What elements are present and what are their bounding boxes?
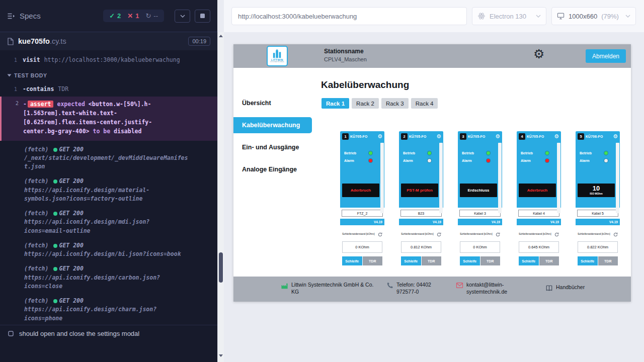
assert-message: assertexpected <button.w-[50%].h-[1.563r…	[23, 100, 170, 136]
chevron-down-icon	[536, 15, 541, 18]
schleife-button[interactable]: Schleife	[578, 256, 598, 265]
failed-count: 1	[135, 12, 139, 20]
measurement-value: 0.645 KOhm	[519, 241, 559, 253]
collapse-button[interactable]	[175, 10, 190, 23]
spec-name[interactable]: kue705fo.cy.ts	[18, 37, 66, 45]
cypress-reporter: Specs ✓2 ✕1 ↻-- kue705fo.cy.ts 00:19 1 v…	[0, 0, 217, 362]
card-number-badge: 5	[578, 133, 584, 140]
browser-select[interactable]: Electron 130	[472, 7, 546, 25]
rack-tab[interactable]: Rack 2	[352, 98, 379, 109]
footer-email[interactable]: kontakt@littwin-systemtechnik.de	[456, 282, 531, 295]
status-display: PST-M prüfen	[401, 184, 438, 197]
nav-item[interactable]: Ein- und Ausgänge	[233, 139, 312, 155]
card-gear-icon[interactable]: ⚙	[613, 134, 618, 139]
rack-tab[interactable]: Rack 3	[381, 98, 409, 109]
rack-tab-label: Rack 1	[326, 101, 345, 107]
device-card: 1 KÜ705-FO ⚙ Betrieb	[340, 131, 384, 276]
card-gear-icon[interactable]: ⚙	[436, 134, 441, 139]
main-content: Kabelüberwachung Rack 1 Rack 2 Rack 3	[320, 68, 631, 277]
card-scrollbar-strip[interactable]	[380, 143, 384, 213]
visit-command-row[interactable]: 1 visithttp://localhost:3000/kabelueberw…	[0, 54, 217, 66]
refresh-icon[interactable]	[613, 232, 618, 237]
card-number-badge: 4	[519, 133, 525, 140]
alarm-led	[369, 159, 372, 162]
logo-subtext: SYSTEMTECHNIK	[270, 61, 284, 63]
next-test-row[interactable]: should open and close the settings modal	[0, 325, 217, 342]
schleife-button[interactable]: Schleife	[401, 256, 421, 265]
nav-item[interactable]: Kabelüberwachung	[233, 117, 312, 133]
fetch-log-row[interactable]: (fetch)GET 200 /_next/static/development…	[0, 142, 217, 174]
scroll-down-arrow[interactable]	[219, 354, 223, 357]
scrollbar-thumb[interactable]	[219, 252, 223, 283]
device-card: 2 KÜ705-FO ⚙ Betrieb	[399, 131, 443, 276]
led-rows: Betrieb Alarm	[399, 151, 443, 162]
rack-tab-label: Rack 3	[386, 101, 404, 107]
reporter-scrollbar[interactable]	[217, 32, 224, 362]
specs-menu[interactable]: Specs	[7, 12, 41, 20]
refresh-icon[interactable]	[378, 232, 382, 237]
fetch-log-row[interactable]: (fetch)GET 200 https://api.iconify.desig…	[0, 294, 217, 326]
cable-band: FTZ_2	[340, 208, 384, 219]
footer-phone[interactable]: Telefon: 04402 972577-0	[386, 282, 446, 295]
card-gear-icon[interactable]: ⚙	[377, 134, 382, 139]
browser-name: Electron 130	[490, 13, 526, 20]
measurement-value: 0.812 KOhm	[401, 241, 441, 253]
contains-command-row[interactable]: 1 containsTDR	[0, 83, 217, 96]
scroll-up-arrow[interactable]	[219, 35, 223, 37]
logout-button[interactable]: Abmelden	[586, 49, 626, 63]
betrieb-led	[604, 151, 608, 155]
settings-gear-icon[interactable]: ⚙	[533, 48, 544, 60]
led-rows: Betrieb Alarm	[458, 151, 502, 162]
nav-item[interactable]: Übersicht	[233, 95, 312, 111]
measurement-label: Schleifenwiderstand [kOhm]	[342, 232, 375, 235]
card-gear-icon[interactable]: ⚙	[554, 134, 559, 139]
fetch-log-row[interactable]: (fetch)GET 200 https://api.iconify.desig…	[0, 261, 217, 294]
url-input[interactable]	[231, 7, 467, 25]
card-scrollbar-strip[interactable]	[616, 143, 619, 213]
tdr-button[interactable]: TDR	[480, 256, 501, 265]
stop-icon	[200, 14, 205, 18]
fetch-label: (fetch)	[24, 146, 48, 153]
cable-name: Kabel 5	[577, 210, 618, 217]
status-display: Aderbruch	[342, 184, 379, 197]
section-chevron-icon	[8, 74, 12, 76]
fetch-log-row[interactable]: (fetch)GET 200 https://api.iconify.desig…	[0, 206, 217, 238]
refresh-icon[interactable]	[437, 232, 441, 237]
stop-button[interactable]	[195, 10, 210, 23]
tdr-button[interactable]: TDR	[363, 256, 383, 265]
schleife-button[interactable]: Schleife	[342, 256, 362, 265]
measurement-label: Schleifenwiderstand [kOhm]	[401, 232, 434, 235]
tdr-button[interactable]: TDR	[422, 256, 442, 265]
test-body-section[interactable]: TEST BODY	[0, 66, 217, 83]
refresh-icon[interactable]	[496, 232, 500, 237]
card-scrollbar-strip[interactable]	[557, 143, 560, 213]
fetch-url: https://api.iconify.design/mdi.json?icon…	[24, 218, 190, 235]
tdr-button[interactable]: TDR	[539, 256, 559, 265]
footer-company: Littwin Systemtechnik GmbH & Co. KG	[281, 282, 381, 295]
schleife-button[interactable]: Schleife	[519, 256, 539, 265]
schleife-button[interactable]: Schleife	[460, 256, 480, 265]
fetch-status: GET 200	[59, 297, 83, 304]
refresh-icon[interactable]	[554, 232, 559, 237]
firmware-version: V4.19	[399, 219, 443, 225]
card-gear-icon[interactable]: ⚙	[495, 134, 500, 139]
reporter-header: Specs ✓2 ✕1 ↻--	[0, 0, 217, 32]
section-label: TEST BODY	[14, 72, 47, 78]
specs-list-icon	[7, 13, 15, 20]
littwin-logo: LITTWIN SYSTEMTECHNIK	[267, 46, 288, 66]
rack-tab[interactable]: Rack 1	[321, 98, 349, 109]
fetch-log-row[interactable]: (fetch)GET 200 https://api.iconify.desig…	[0, 174, 217, 206]
fetch-log-row[interactable]: (fetch)GET 200 https://api.iconify.desig…	[0, 238, 217, 262]
card-scrollbar-strip[interactable]	[498, 143, 502, 213]
footer-manuals[interactable]: Handbücher	[545, 284, 585, 292]
rack-tab[interactable]: Rack 4	[411, 98, 438, 109]
tdr-button[interactable]: TDR	[598, 256, 618, 265]
failed-assert-row[interactable]: 2 assertexpected <button.w-[50%].h-[1.56…	[0, 97, 217, 140]
fetch-url: /_next/static/development/_devMiddleware…	[24, 154, 190, 171]
viewport-select[interactable]: 1000x660 (79%)	[551, 7, 636, 25]
fetch-url: https://api.iconify.design/charm.json?ic…	[24, 305, 190, 323]
card-scrollbar-strip[interactable]	[439, 143, 443, 213]
passed-icon: ✓	[109, 12, 115, 20]
card-number-badge: 3	[460, 133, 466, 140]
nav-item[interactable]: Analoge Eingänge	[233, 161, 312, 177]
